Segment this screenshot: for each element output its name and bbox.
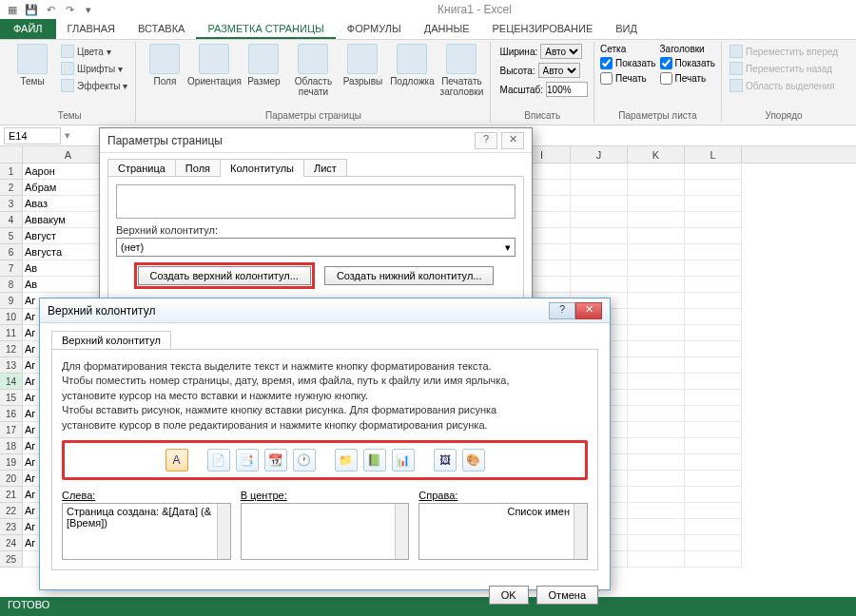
cell[interactable] <box>685 293 742 309</box>
cell[interactable] <box>628 244 685 260</box>
tab-home[interactable]: ГЛАВНАЯ <box>56 19 126 39</box>
cell[interactable] <box>628 406 685 422</box>
cell[interactable] <box>685 357 742 374</box>
row-header[interactable]: 25 <box>0 551 23 568</box>
cell[interactable] <box>685 454 742 471</box>
row-header[interactable]: 1 <box>0 164 23 180</box>
cell[interactable] <box>628 180 685 196</box>
col-header-l[interactable]: L <box>685 146 742 163</box>
cell[interactable] <box>628 519 685 535</box>
cell[interactable] <box>685 535 742 551</box>
cell[interactable] <box>571 228 628 244</box>
cell[interactable] <box>685 438 742 454</box>
row-header[interactable]: 18 <box>0 438 23 454</box>
format-text-icon[interactable]: A <box>165 449 188 472</box>
tab-margins[interactable]: Поля <box>175 159 221 177</box>
select-all-corner[interactable] <box>0 146 23 163</box>
colors-button[interactable]: Цвета ▾ <box>59 44 129 59</box>
cell[interactable] <box>571 244 628 260</box>
cell[interactable] <box>571 212 628 228</box>
cell[interactable] <box>628 325 685 341</box>
cell[interactable] <box>628 293 685 309</box>
cell[interactable] <box>628 551 685 568</box>
left-section-input[interactable] <box>63 504 217 559</box>
cell[interactable] <box>685 341 742 357</box>
row-header[interactable]: 12 <box>0 341 23 357</box>
cell[interactable] <box>685 260 742 277</box>
row-header[interactable]: 19 <box>0 454 23 471</box>
format-picture-icon[interactable]: 🎨 <box>462 449 485 472</box>
row-header[interactable]: 20 <box>0 471 23 487</box>
cell[interactable] <box>685 164 742 180</box>
row-header[interactable]: 24 <box>0 535 23 551</box>
scrollbar[interactable] <box>574 504 587 559</box>
cell[interactable] <box>628 390 685 406</box>
time-icon[interactable]: 🕐 <box>293 449 316 472</box>
qat-dropdown-icon[interactable]: ▾ <box>80 1 97 18</box>
width-select[interactable]: Авто <box>540 44 582 59</box>
row-header[interactable]: 7 <box>0 260 23 277</box>
cell[interactable] <box>628 374 685 390</box>
dialog-titlebar[interactable]: Параметры страницы ? ✕ <box>100 128 532 153</box>
row-header[interactable]: 8 <box>0 277 23 293</box>
right-section-input[interactable] <box>419 504 574 559</box>
cell[interactable] <box>571 277 628 293</box>
cell[interactable] <box>685 180 742 196</box>
row-header[interactable]: 13 <box>0 357 23 374</box>
height-select[interactable]: Авто <box>538 63 580 78</box>
ok-button[interactable]: OK <box>489 586 529 605</box>
cell[interactable] <box>628 164 685 180</box>
save-icon[interactable]: 💾 <box>23 1 40 18</box>
dialog-help-button[interactable]: ? <box>475 132 497 149</box>
cell[interactable] <box>685 212 742 228</box>
print-area-button[interactable]: Область печати <box>290 44 336 97</box>
row-header[interactable]: 10 <box>0 309 23 325</box>
row-header[interactable]: 5 <box>0 228 23 244</box>
themes-button[interactable]: Темы <box>10 44 55 87</box>
background-button[interactable]: Подложка <box>389 44 435 87</box>
tab-sheet[interactable]: Лист <box>303 159 347 177</box>
cell[interactable] <box>628 438 685 454</box>
row-header[interactable]: 15 <box>0 390 23 406</box>
col-header-j[interactable]: J <box>571 146 628 163</box>
page-count-icon[interactable]: 📑 <box>236 449 259 472</box>
cell[interactable] <box>628 422 685 438</box>
size-button[interactable]: Размер <box>241 44 286 87</box>
cell[interactable] <box>571 196 628 212</box>
row-header[interactable]: 4 <box>0 212 23 228</box>
tab-header-footer[interactable]: Колонтитулы <box>220 159 304 177</box>
scrollbar[interactable] <box>395 504 408 559</box>
header-dialog-titlebar[interactable]: Верхний колонтитул ? ✕ <box>40 298 610 323</box>
cell[interactable] <box>628 212 685 228</box>
head-print-checkbox[interactable] <box>660 72 672 85</box>
row-header[interactable]: 21 <box>0 487 23 503</box>
create-footer-button[interactable]: Создать нижний колонтитул... <box>324 266 495 285</box>
redo-icon[interactable]: ↷ <box>61 1 78 18</box>
tab-review[interactable]: РЕЦЕНЗИРОВАНИЕ <box>480 19 604 39</box>
create-header-button[interactable]: Создать верхний колонтитул... <box>138 266 311 285</box>
cell[interactable] <box>685 374 742 390</box>
undo-icon[interactable]: ↶ <box>42 1 59 18</box>
cell[interactable] <box>628 196 685 212</box>
breaks-button[interactable]: Разрывы <box>340 44 385 87</box>
cell[interactable] <box>628 341 685 357</box>
row-header[interactable]: 9 <box>0 293 23 309</box>
tab-file[interactable]: ФАЙЛ <box>0 19 56 39</box>
row-header[interactable]: 6 <box>0 244 23 260</box>
grid-view-checkbox[interactable] <box>600 57 613 69</box>
cell[interactable] <box>628 309 685 325</box>
header-dropdown[interactable]: (нет)▾ <box>116 238 516 257</box>
tab-page-layout[interactable]: РАЗМЕТКА СТРАНИЦЫ <box>196 19 335 39</box>
cell[interactable] <box>685 487 742 503</box>
cell[interactable] <box>571 180 628 196</box>
name-box[interactable] <box>4 127 61 144</box>
cell[interactable] <box>628 454 685 471</box>
cell[interactable] <box>685 519 742 535</box>
row-header[interactable]: 14 <box>0 374 23 390</box>
namebox-dropdown-icon[interactable]: ▾ <box>65 129 70 142</box>
page-number-icon[interactable]: 📄 <box>207 449 230 472</box>
tab-view[interactable]: ВИД <box>604 19 649 39</box>
cell[interactable] <box>571 260 628 277</box>
cell[interactable] <box>685 406 742 422</box>
tab-insert[interactable]: ВСТАВКА <box>126 19 196 39</box>
